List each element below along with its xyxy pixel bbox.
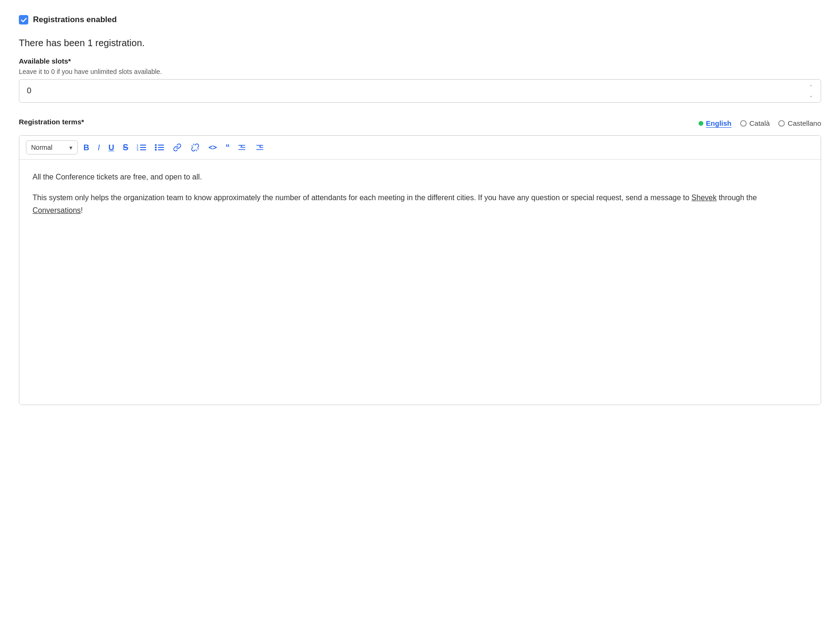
reg-terms-header: Registration terms* English Català Caste… <box>19 118 821 129</box>
unlink-button[interactable] <box>188 141 203 154</box>
editor-paragraph-2-middle: through the <box>716 194 757 202</box>
code-button[interactable]: <> <box>206 142 220 153</box>
editor-paragraph-2-after: ! <box>81 206 82 214</box>
ordered-list-button[interactable]: 1.2.3. <box>134 141 149 154</box>
lang-label-catala: Català <box>749 119 770 127</box>
lang-option-english[interactable]: English <box>699 119 732 127</box>
underline-button[interactable]: U <box>106 142 117 154</box>
registrations-enabled-label: Registrations enabled <box>33 15 117 24</box>
editor-link-conversations[interactable]: Conversations <box>33 206 81 214</box>
lang-option-catala[interactable]: Català <box>740 119 770 127</box>
outdent-button[interactable] <box>252 141 267 154</box>
editor-toolbar: Normal ▾ B I U S 1.2.3. <> “ <box>19 136 821 160</box>
registration-count: There has been 1 registration. <box>19 38 821 49</box>
editor-container: Normal ▾ B I U S 1.2.3. <> “ <box>19 135 821 405</box>
editor-paragraph-2-before: This system only helps the organization … <box>33 194 692 202</box>
lang-dot-english <box>699 121 703 126</box>
spinner-down[interactable]: ⌄ <box>806 91 815 99</box>
lang-radio-catala <box>740 120 747 127</box>
available-slots-label: Available slots* <box>19 57 821 65</box>
indent-button[interactable] <box>234 141 249 154</box>
blockquote-button[interactable]: “ <box>222 141 231 154</box>
format-select-value: Normal <box>31 144 52 151</box>
lang-label-english: English <box>706 119 732 127</box>
strikethrough-button[interactable]: S <box>120 141 131 154</box>
format-select[interactable]: Normal ▾ <box>26 140 78 154</box>
lang-option-castellano[interactable]: Castellano <box>778 119 821 127</box>
editor-paragraph-2: This system only helps the organization … <box>33 192 807 217</box>
svg-point-11 <box>155 149 157 151</box>
editor-paragraph-1: All the Conference tickets are free, and… <box>33 171 807 183</box>
registrations-enabled-row: Registrations enabled <box>19 15 821 24</box>
language-selector: English Català Castellano <box>699 119 821 127</box>
lang-label-castellano: Castellano <box>788 119 821 127</box>
italic-button[interactable]: I <box>95 142 103 154</box>
bold-button[interactable]: B <box>81 142 92 154</box>
chevron-down-icon: ▾ <box>69 144 73 151</box>
unordered-list-button[interactable] <box>152 141 167 154</box>
available-slots-hint: Leave it to 0 if you have unlimited slot… <box>19 68 821 75</box>
editor-content[interactable]: All the Conference tickets are free, and… <box>19 160 821 405</box>
svg-point-9 <box>155 144 157 146</box>
registrations-enabled-checkbox[interactable] <box>19 15 28 24</box>
slots-spinner[interactable]: ⌃ ⌄ <box>806 83 815 99</box>
svg-text:3.: 3. <box>137 148 139 151</box>
lang-radio-castellano <box>778 120 785 127</box>
spinner-up[interactable]: ⌃ <box>806 83 815 90</box>
available-slots-wrapper: ⌃ ⌄ <box>19 79 821 103</box>
svg-point-10 <box>155 146 157 148</box>
link-button[interactable] <box>170 141 185 154</box>
editor-link-shevek[interactable]: Shevek <box>692 194 716 202</box>
reg-terms-label: Registration terms* <box>19 118 84 126</box>
available-slots-input[interactable] <box>19 79 821 103</box>
